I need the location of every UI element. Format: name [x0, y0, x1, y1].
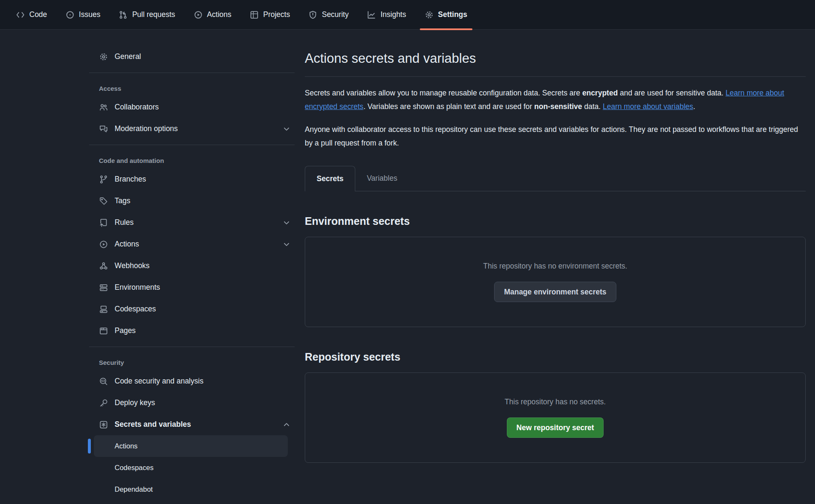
- nav-tab-settings-label: Settings: [438, 10, 467, 19]
- sidebar-item-secrets-and-variables[interactable]: Secrets and variables: [89, 414, 295, 435]
- pull-request-icon: [119, 11, 127, 19]
- sidebar-section-access: Access: [89, 78, 295, 96]
- divider: [89, 145, 295, 145]
- sidebar-item-label: Deploy keys: [115, 398, 155, 407]
- sidebar-section-code-and-automation: Code and automation: [89, 150, 295, 168]
- sidebar-item-rules[interactable]: Rules: [89, 212, 295, 233]
- code-scan-icon: [99, 377, 108, 386]
- sidebar-item-label: Collaborators: [115, 103, 159, 112]
- sidebar-item-label: Rules: [115, 218, 134, 227]
- sidebar-item-actions[interactable]: Actions: [89, 233, 295, 255]
- chevron-down-icon: [283, 219, 290, 227]
- tab-secrets[interactable]: Secrets: [305, 166, 355, 191]
- settings-sidebar: General Access Collaborators Moderation …: [89, 46, 295, 500]
- sidebar-item-moderation-options[interactable]: Moderation options: [89, 118, 295, 140]
- sidebar-item-codespaces[interactable]: Codespaces: [89, 298, 295, 320]
- sidebar-item-collaborators[interactable]: Collaborators: [89, 96, 295, 118]
- nav-tab-actions[interactable]: Actions: [194, 0, 231, 29]
- sidebar-item-pages[interactable]: Pages: [89, 320, 295, 342]
- browser-icon: [99, 327, 108, 335]
- desc-text: .: [693, 102, 695, 111]
- people-icon: [99, 103, 108, 112]
- sidebar-item-label: Codespaces: [115, 464, 154, 472]
- chevron-down-icon: [283, 241, 290, 248]
- desc-text: data.: [582, 102, 603, 111]
- divider: [305, 76, 806, 77]
- repo-nav: Code Issues Pull requests Actions Projec…: [0, 0, 815, 30]
- sidebar-item-label: Environments: [115, 283, 160, 292]
- secrets-variables-tabnav: Secrets Variables: [305, 166, 806, 191]
- play-circle-icon: [99, 240, 108, 249]
- sidebar-item-label: Dependabot: [115, 485, 153, 493]
- description-paragraph-2: Anyone with collaborator access to this …: [305, 123, 806, 150]
- nav-tab-security[interactable]: Security: [309, 0, 348, 29]
- sidebar-item-label: Moderation options: [115, 124, 178, 133]
- description-paragraph-1: Secrets and variables allow you to manag…: [305, 86, 806, 113]
- divider: [89, 347, 295, 347]
- git-branch-icon: [99, 175, 108, 184]
- graph-icon: [367, 11, 376, 19]
- desc-text: and are used for sensitive data.: [618, 89, 725, 97]
- secret-asterisk-icon: [99, 420, 108, 429]
- desc-bold-non-sensitive: non-sensitive: [534, 102, 582, 111]
- nav-tab-actions-label: Actions: [207, 10, 231, 19]
- chevron-down-icon: [283, 125, 290, 133]
- nav-tab-code-label: Code: [29, 10, 47, 19]
- nav-tab-insights[interactable]: Insights: [367, 0, 406, 29]
- nav-tab-pull-requests[interactable]: Pull requests: [119, 0, 175, 29]
- nav-tab-projects-label: Projects: [263, 10, 290, 19]
- sidebar-item-label: Actions: [115, 442, 138, 450]
- sidebar-item-label: Actions: [115, 240, 139, 249]
- sidebar-item-webhooks[interactable]: Webhooks: [89, 255, 295, 277]
- nav-tab-insights-label: Insights: [380, 10, 406, 19]
- sidebar-item-general[interactable]: General: [89, 46, 295, 67]
- server-icon: [99, 283, 108, 292]
- sidebar-item-environments[interactable]: Environments: [89, 277, 295, 298]
- tab-variables[interactable]: Variables: [355, 166, 409, 191]
- code-icon: [16, 11, 25, 19]
- sidebar-item-tags[interactable]: Tags: [89, 190, 295, 212]
- nav-tab-projects[interactable]: Projects: [250, 0, 290, 29]
- sidebar-subitem-codespaces[interactable]: Codespaces: [94, 457, 288, 479]
- nav-tab-code[interactable]: Code: [16, 0, 47, 29]
- desc-text: . Variables are shown as plain text and …: [363, 102, 534, 111]
- sidebar-item-label: Codespaces: [115, 305, 156, 314]
- webhook-icon: [99, 262, 108, 270]
- repository-secrets-empty-text: This repository has no secrets.: [505, 398, 606, 406]
- repository-secrets-heading: Repository secrets: [305, 351, 806, 363]
- new-repository-secret-button[interactable]: New repository secret: [507, 417, 604, 438]
- page-title: Actions secrets and variables: [305, 50, 806, 67]
- sidebar-subitem-actions[interactable]: Actions: [94, 435, 288, 457]
- sidebar-subitem-dependabot[interactable]: Dependabot: [94, 479, 288, 500]
- sidebar-section-security: Security: [89, 352, 295, 370]
- sidebar-item-label: Webhooks: [115, 261, 149, 270]
- tag-icon: [99, 197, 108, 205]
- key-icon: [99, 399, 108, 407]
- sidebar-item-label: Code security and analysis: [115, 377, 203, 386]
- nav-tab-settings[interactable]: Settings: [425, 0, 467, 29]
- sidebar-item-code-security[interactable]: Code security and analysis: [89, 370, 295, 392]
- manage-environment-secrets-button[interactable]: Manage environment secrets: [494, 282, 616, 302]
- desc-text: Secrets and variables allow you to manag…: [305, 89, 582, 97]
- play-circle-icon: [194, 11, 202, 19]
- sidebar-item-branches[interactable]: Branches: [89, 168, 295, 190]
- codespaces-icon: [99, 305, 108, 314]
- chevron-up-icon: [283, 421, 290, 428]
- nav-tab-issues-label: Issues: [79, 10, 101, 19]
- nav-tab-issues[interactable]: Issues: [66, 0, 101, 29]
- comment-discussion-icon: [99, 125, 108, 133]
- nav-tab-pull-requests-label: Pull requests: [132, 10, 175, 19]
- gear-icon: [99, 53, 108, 61]
- main-content: Actions secrets and variables Secrets an…: [305, 30, 806, 463]
- desc-bold-encrypted: encrypted: [582, 89, 618, 97]
- nav-tab-security-label: Security: [322, 10, 348, 19]
- environment-secrets-empty-text: This repository has no environment secre…: [483, 262, 627, 271]
- link-learn-more-variables[interactable]: Learn more about variables: [603, 102, 693, 111]
- table-icon: [250, 11, 259, 19]
- divider: [89, 73, 295, 73]
- environment-secrets-empty-box: This repository has no environment secre…: [305, 237, 806, 327]
- rules-icon: [99, 218, 108, 227]
- sidebar-item-label: General: [115, 52, 141, 61]
- sidebar-item-label: Pages: [115, 326, 136, 335]
- sidebar-item-deploy-keys[interactable]: Deploy keys: [89, 392, 295, 414]
